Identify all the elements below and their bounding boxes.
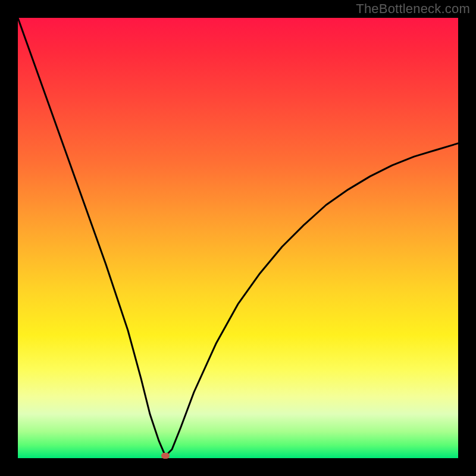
curve-svg <box>18 18 458 458</box>
chart-frame: TheBottleneck.com <box>0 0 476 476</box>
watermark-text: TheBottleneck.com <box>356 1 470 17</box>
bottleneck-curve <box>18 18 458 456</box>
bottleneck-marker <box>161 453 170 459</box>
plot-area <box>18 18 458 458</box>
